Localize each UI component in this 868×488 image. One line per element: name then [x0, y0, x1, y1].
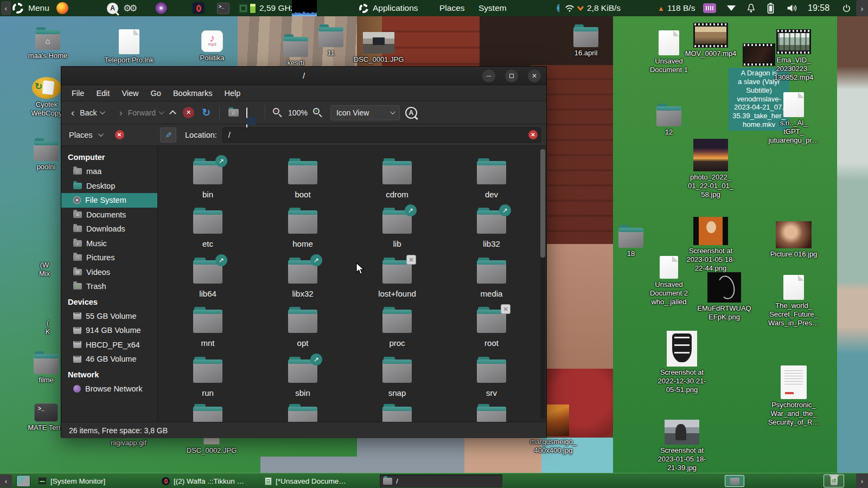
- wifi-applet[interactable]: [564, 0, 575, 16]
- file-run[interactable]: run: [164, 355, 251, 397]
- panel-expand-button[interactable]: ›: [856, 0, 868, 16]
- window-titlebar[interactable]: / ─ ✕: [61, 67, 546, 85]
- file-sbin[interactable]: ↗sbin: [259, 355, 346, 397]
- stop-button[interactable]: ✕: [183, 107, 194, 118]
- opera-launcher[interactable]: [193, 0, 205, 16]
- file-proc[interactable]: proc: [354, 305, 441, 348]
- close-button[interactable]: ✕: [528, 69, 541, 82]
- workspace-switcher[interactable]: [725, 475, 744, 487]
- file-folder-cut[interactable]: [164, 402, 251, 422]
- tor-launcher[interactable]: [155, 0, 167, 16]
- menu-go[interactable]: Go: [146, 87, 166, 100]
- clock[interactable]: 19:58: [808, 0, 829, 16]
- sidebar-item-914-gb-volume[interactable]: 914 GB Volume: [61, 323, 157, 338]
- up-button[interactable]: [169, 110, 176, 117]
- menu-button[interactable]: Menu: [12, 0, 49, 16]
- taskbar-task-unsaved-docume[interactable]: [*Unsaved Docume…: [261, 474, 361, 487]
- desktop-icon-screenshot-2023-01-05-b[interactable]: Screenshot at 2023-01-05 18- 21-39.jpg: [641, 418, 723, 472]
- menu-file[interactable]: File: [67, 87, 89, 100]
- file-snap[interactable]: snap: [354, 355, 441, 397]
- sidebar-item-desktop[interactable]: Desktop: [61, 179, 157, 194]
- network-menu-chevron[interactable]: [576, 0, 585, 16]
- settings-launcher[interactable]: ⚙⚙: [123, 0, 135, 16]
- file-media[interactable]: media: [448, 255, 535, 298]
- location-input[interactable]: / ✕: [222, 127, 541, 143]
- sidebar-item-46-gb-volume[interactable]: 46 GB Volume: [61, 352, 157, 367]
- trash-applet[interactable]: [824, 474, 844, 487]
- desktop-icon-maas-home[interactable]: ⌂maa's Home: [7, 24, 88, 60]
- scrollbar-thumb[interactable]: [540, 149, 545, 258]
- file-boot[interactable]: boot: [259, 156, 346, 199]
- search-button[interactable]: A: [405, 107, 417, 119]
- desktop-icon-psychotronic-war[interactable]: Psychotronic_ War_and_the_ Security_of_R…: [753, 363, 834, 427]
- desktop-icon-poliitika[interactable]: ♪mp3Poliitika: [171, 28, 253, 62]
- minimize-button[interactable]: ─: [482, 69, 495, 82]
- menu-label[interactable]: Menu: [28, 3, 49, 13]
- taskbar-task-2-waffa-tikkun[interactable]: [(2) Waffa .::Tikkun …: [158, 474, 256, 487]
- taskbar-collapse-button[interactable]: ‹: [0, 474, 12, 487]
- shutdown-applet[interactable]: [842, 0, 851, 16]
- applications-label[interactable]: Applications: [373, 3, 418, 13]
- sidebar-close-button[interactable]: ✕: [115, 130, 124, 139]
- places-menu[interactable]: Places: [439, 0, 465, 16]
- media-applet[interactable]: [703, 0, 716, 16]
- panel-collapse-button[interactable]: ‹: [1, 1, 11, 15]
- menu-edit[interactable]: Edit: [91, 87, 114, 100]
- desktop-icon-sri-al-tgpt[interactable]: s.ri.._Al_ tGPT_ jutuarengu_pr…: [753, 90, 834, 145]
- home-button[interactable]: ⌂: [225, 107, 242, 119]
- zoom-out-button[interactable]: −: [273, 108, 283, 118]
- sidebar-item-hbcd-pe-x64[interactable]: HBCD_PE_x64: [61, 338, 157, 352]
- network-graph[interactable]: [292, 0, 317, 16]
- taskbar-task-item[interactable]: /: [380, 474, 502, 487]
- sidebar-item-55-gb-volume[interactable]: 55 GB Volume: [61, 309, 157, 324]
- desktop-icon-folder-12[interactable]: 12: [628, 101, 710, 137]
- file-folder-cut[interactable]: [259, 402, 346, 422]
- file-dev[interactable]: dev: [448, 156, 535, 199]
- sidebar-item-documents[interactable]: Documents: [61, 208, 157, 222]
- computer-button[interactable]: [243, 106, 259, 119]
- taskbar-task-system-monitor[interactable]: [System Monitor]: [35, 474, 155, 487]
- radio-applet[interactable]: [552, 0, 563, 16]
- cpu-applet[interactable]: 2,59 GHz: [239, 0, 295, 16]
- file-lib[interactable]: ↗lib: [354, 206, 441, 248]
- file-folder-cut[interactable]: [448, 402, 535, 422]
- desktop-icon-riigivapp-gif[interactable]: riigivapp.gif: [88, 437, 169, 447]
- forward-dropdown-chevron-icon[interactable]: [159, 109, 164, 114]
- firefox-launcher[interactable]: [56, 0, 68, 16]
- edit-location-toggle[interactable]: ✎: [160, 127, 176, 143]
- desktop-icon-folder-18[interactable]: 18: [590, 222, 672, 258]
- file-srv[interactable]: srv: [448, 355, 535, 397]
- notification-tray-toggle[interactable]: [727, 0, 736, 16]
- show-desktop-button[interactable]: [16, 475, 30, 487]
- menu-bookmarks[interactable]: Bookmarks: [168, 87, 218, 100]
- desktop-icon-the-world-secret[interactable]: The_world_ Secret_Future_ Wars_in_Pres…: [753, 273, 834, 328]
- zoom-in-button[interactable]: +: [313, 108, 323, 118]
- sidebar-item-videos[interactable]: Videos: [61, 265, 157, 280]
- back-button[interactable]: ‹ Back: [66, 105, 107, 121]
- clear-location-button[interactable]: ✕: [528, 130, 538, 139]
- file-libx32[interactable]: ↗libx32: [259, 255, 346, 298]
- refresh-button[interactable]: ↻: [202, 106, 210, 119]
- menu-help[interactable]: Help: [219, 87, 245, 100]
- forward-button[interactable]: › Forward: [113, 105, 166, 121]
- sidebar-item-trash[interactable]: Trash: [61, 279, 157, 294]
- file-bin[interactable]: ↗bin: [164, 156, 251, 199]
- notifications-applet[interactable]: [746, 0, 756, 16]
- view-mode-select[interactable]: Icon View: [330, 105, 400, 120]
- file-lost-found[interactable]: ✕lost+found: [354, 255, 441, 298]
- taskbar-expand-button[interactable]: ›: [856, 473, 868, 488]
- applications-menu[interactable]: Applications: [359, 0, 418, 16]
- file-mnt[interactable]: mnt: [164, 305, 251, 348]
- sidebar-item-downloads[interactable]: Downloads: [61, 222, 157, 236]
- file-lib64[interactable]: ↗lib64: [164, 255, 251, 298]
- volume-applet[interactable]: [787, 0, 798, 16]
- terminal-launcher[interactable]: >_: [217, 0, 229, 16]
- desktop-icon-photo-2022[interactable]: photo_2022_ 01_22-01_01_ 58.jpg: [670, 137, 751, 199]
- desktop-icon-picture-016[interactable]: Picture 016.jpg: [753, 219, 834, 259]
- vertical-scrollbar[interactable]: [540, 149, 545, 419]
- battery-applet[interactable]: [767, 0, 774, 16]
- file-root[interactable]: ✕root: [448, 305, 535, 348]
- file-cdrom[interactable]: cdrom: [354, 156, 441, 199]
- file-opt[interactable]: opt: [259, 305, 346, 348]
- sidebar-item-browse-network[interactable]: Browse Network: [61, 382, 157, 396]
